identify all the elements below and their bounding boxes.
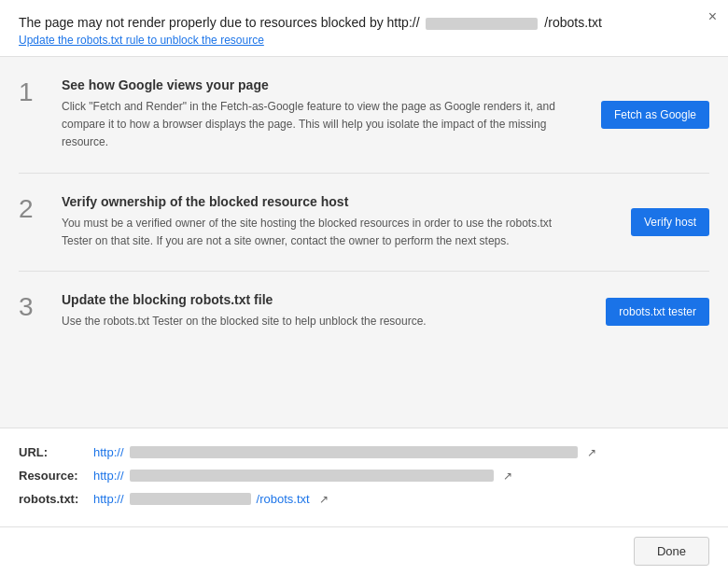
steps-container: 1 See how Google views your page Click "… <box>0 57 728 428</box>
step-2-action: Verify host <box>588 208 709 236</box>
url-external-icon[interactable]: ↗ <box>587 446 596 459</box>
resource-external-icon[interactable]: ↗ <box>503 470 512 483</box>
resource-value-redacted <box>130 470 494 482</box>
robots-prefix: http:// <box>93 492 124 506</box>
robots-txt-tester-button[interactable]: robots.txt tester <box>606 298 709 326</box>
url-label: URL: <box>19 445 93 459</box>
step-3: 3 Update the blocking robots.txt file Us… <box>19 272 709 351</box>
dialog: × The page may not render properly due t… <box>0 0 728 575</box>
info-section: URL: http:// ↗ Resource: http:// ↗ robot… <box>0 428 728 526</box>
step-3-content: Update the blocking robots.txt file Use … <box>62 292 573 330</box>
header-title: The page may not render properly due to … <box>19 15 709 30</box>
close-button[interactable]: × <box>708 9 717 24</box>
step-2-content: Verify ownership of the blocked resource… <box>62 194 573 250</box>
robots-bar: http:// /robots.txt ↗ <box>93 492 709 506</box>
step-3-number: 3 <box>19 294 47 320</box>
step-2-desc: You must be a verified owner of the site… <box>62 215 573 250</box>
resource-label: Resource: <box>19 469 93 483</box>
url-prefix: http:// <box>93 445 124 459</box>
step-2-title: Verify ownership of the blocked resource… <box>62 194 573 209</box>
robots-row: robots.txt: http:// /robots.txt ↗ <box>19 492 709 506</box>
done-button[interactable]: Done <box>634 537 709 566</box>
step-1-action: Fetch as Google <box>588 101 709 129</box>
robots-suffix: /robots.txt <box>257 492 310 506</box>
step-1: 1 See how Google views your page Click "… <box>19 57 709 174</box>
url-bar: http:// ↗ <box>93 445 709 459</box>
step-1-number: 1 <box>19 79 47 105</box>
resource-prefix: http:// <box>93 469 124 483</box>
fetch-as-google-button[interactable]: Fetch as Google <box>601 101 709 129</box>
header: × The page may not render properly due t… <box>0 0 728 57</box>
step-3-title: Update the blocking robots.txt file <box>62 292 573 307</box>
step-2: 2 Verify ownership of the blocked resour… <box>19 174 709 272</box>
step-1-content: See how Google views your page Click "Fe… <box>62 77 573 152</box>
step-3-desc: Use the robots.txt Tester on the blocked… <box>62 313 573 330</box>
robots-host-redacted <box>130 493 251 505</box>
step-1-title: See how Google views your page <box>62 77 573 92</box>
resource-row: Resource: http:// ↗ <box>19 469 709 483</box>
footer: Done <box>0 526 728 575</box>
header-subtitle[interactable]: Update the robots.txt rule to unblock th… <box>19 34 709 47</box>
step-1-desc: Click "Fetch and Render" in the Fetch-as… <box>62 98 573 152</box>
step-3-action: robots.txt tester <box>588 298 709 326</box>
verify-host-button[interactable]: Verify host <box>631 208 709 236</box>
url-value-redacted <box>130 446 578 458</box>
robots-label: robots.txt: <box>19 492 93 506</box>
robots-external-icon[interactable]: ↗ <box>319 493 329 506</box>
step-2-number: 2 <box>19 196 47 222</box>
url-row: URL: http:// ↗ <box>19 445 709 459</box>
url-redacted <box>426 18 538 30</box>
resource-bar: http:// ↗ <box>93 469 709 483</box>
